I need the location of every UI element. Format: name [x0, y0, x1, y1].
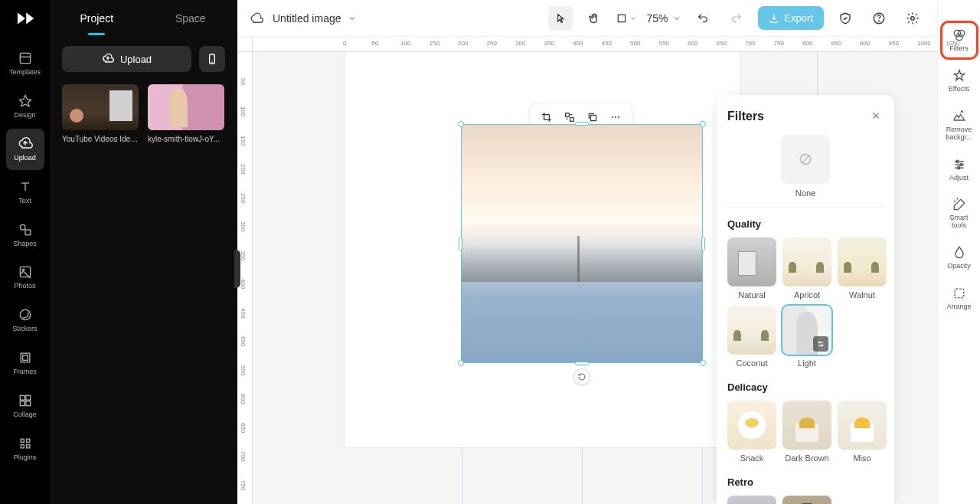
- filter-label: Walnut: [849, 290, 875, 299]
- help-button[interactable]: [867, 6, 891, 31]
- svg-point-32: [618, 116, 619, 118]
- resize-edge-top[interactable]: [575, 122, 589, 126]
- media-label: kyle-smith-tlowJ-oY...: [148, 135, 224, 143]
- canvas-wrap: 0501001502002503003504004505005506006507…: [237, 37, 937, 504]
- svg-rect-28: [570, 118, 574, 122]
- settings-button[interactable]: [900, 6, 925, 31]
- rail-effects[interactable]: Effects: [941, 62, 978, 100]
- nav-shapes[interactable]: Shapes: [6, 214, 44, 256]
- filter-retro-2[interactable]: [782, 496, 831, 504]
- svg-rect-13: [20, 401, 24, 406]
- document-title-area[interactable]: Untitled image: [273, 12, 357, 25]
- chevron-down-icon: [348, 14, 357, 23]
- filter-label: Natural: [738, 290, 765, 299]
- nav-shapes-label: Shapes: [13, 241, 37, 248]
- media-thumbnail: [148, 84, 224, 130]
- tab-project[interactable]: Project: [50, 2, 144, 35]
- upload-button-label: Upload: [120, 54, 152, 65]
- filter-none[interactable]: None: [727, 135, 884, 198]
- cursor-tool[interactable]: [548, 6, 573, 31]
- nav-stickers[interactable]: Stickers: [6, 299, 44, 341]
- rail-opacity[interactable]: Opacity: [941, 239, 978, 277]
- panel-collapse-handle[interactable]: [234, 250, 240, 288]
- nav-design[interactable]: Design: [6, 86, 44, 127]
- app-logo[interactable]: [14, 9, 37, 28]
- filter-natural[interactable]: Natural: [727, 237, 776, 299]
- media-label: YouTube Videos Idea...: [62, 135, 139, 143]
- hand-tool[interactable]: [582, 6, 606, 31]
- filter-none-label: None: [795, 188, 815, 198]
- chevron-down-icon: [672, 14, 681, 23]
- nav-photos[interactable]: Photos: [6, 257, 44, 298]
- resize-edge-right[interactable]: [701, 237, 705, 250]
- svg-point-30: [612, 116, 613, 118]
- nav-text[interactable]: Text: [6, 172, 44, 213]
- filter-none-thumb: [781, 135, 830, 184]
- rotate-handle[interactable]: [573, 368, 590, 385]
- adjust-icon: [813, 336, 828, 352]
- undo-button[interactable]: [691, 6, 715, 31]
- filter-apricot[interactable]: Apricot: [782, 237, 831, 299]
- svg-rect-29: [590, 115, 596, 120]
- filter-label: Miso: [853, 453, 871, 463]
- resize-edge-bottom[interactable]: [575, 362, 589, 365]
- selected-image: [462, 125, 702, 362]
- zoom-display[interactable]: 75%: [646, 12, 681, 25]
- rail-adjust[interactable]: Adjust: [941, 151, 978, 188]
- export-button[interactable]: Export: [758, 6, 824, 30]
- svg-marker-22: [558, 14, 564, 22]
- svg-rect-11: [20, 395, 24, 400]
- shield-button[interactable]: [833, 6, 858, 31]
- ruler-horizontal: 0501001502002503003504004505005506006507…: [253, 37, 937, 52]
- media-grid: YouTube Videos Idea... kyle-smith-tlowJ-…: [50, 81, 237, 146]
- artboard-tool[interactable]: [616, 6, 637, 31]
- nav-upload-label: Upload: [14, 155, 36, 162]
- nav-collage-label: Collage: [13, 411, 37, 419]
- close-filters-button[interactable]: [868, 109, 884, 124]
- svg-rect-0: [20, 53, 30, 63]
- nav-plugins[interactable]: Plugins: [6, 428, 44, 470]
- nav-frames-label: Frames: [13, 368, 37, 376]
- resize-handle-br[interactable]: [700, 360, 706, 366]
- filter-label: Dark Brown: [785, 453, 828, 463]
- svg-point-42: [958, 30, 964, 36]
- upload-button[interactable]: Upload: [62, 46, 191, 72]
- svg-rect-16: [26, 439, 29, 442]
- svg-rect-5: [25, 230, 31, 235]
- resize-edge-left[interactable]: [459, 237, 462, 250]
- selection-box[interactable]: [461, 124, 703, 363]
- svg-rect-17: [21, 445, 24, 448]
- nav-templates[interactable]: Templates: [6, 43, 44, 84]
- resize-handle-bl[interactable]: [458, 360, 464, 366]
- svg-rect-14: [25, 401, 30, 406]
- svg-point-26: [911, 16, 915, 20]
- mobile-upload-button[interactable]: [199, 46, 225, 72]
- filters-panel: Filters None Quality Natural Apricot Wal…: [717, 95, 894, 504]
- filter-miso[interactable]: Miso: [838, 401, 887, 463]
- resize-handle-tl[interactable]: [458, 121, 464, 127]
- rail-arrange[interactable]: Arrange: [941, 280, 978, 317]
- svg-point-4: [20, 224, 25, 230]
- filter-retro-1[interactable]: [727, 496, 776, 504]
- svg-point-40: [822, 345, 823, 346]
- filter-walnut[interactable]: Walnut: [838, 237, 887, 299]
- filter-coconut[interactable]: Coconut: [727, 306, 776, 368]
- svg-rect-12: [25, 395, 30, 400]
- media-item[interactable]: YouTube Videos Idea...: [62, 84, 139, 143]
- filter-light[interactable]: Light: [782, 306, 831, 368]
- rail-label: Remove backgr...: [942, 126, 976, 142]
- nav-frames[interactable]: Frames: [6, 342, 44, 384]
- media-thumbnail: [62, 84, 139, 130]
- redo-button[interactable]: [724, 6, 749, 31]
- rail-remove-bg[interactable]: Remove backgr...: [941, 103, 978, 148]
- filter-dark-brown[interactable]: Dark Brown: [782, 401, 831, 463]
- rail-smart-tools[interactable]: Smart tools: [941, 191, 978, 236]
- media-item[interactable]: kyle-smith-tlowJ-oY...: [148, 84, 224, 143]
- resize-handle-tr[interactable]: [700, 121, 706, 127]
- nav-upload[interactable]: Upload: [6, 129, 44, 170]
- rail-label: Opacity: [947, 263, 971, 270]
- nav-collage[interactable]: Collage: [6, 385, 44, 427]
- filter-snack[interactable]: Snack: [727, 401, 776, 463]
- svg-line-36: [802, 155, 809, 163]
- tab-space[interactable]: Space: [144, 2, 238, 35]
